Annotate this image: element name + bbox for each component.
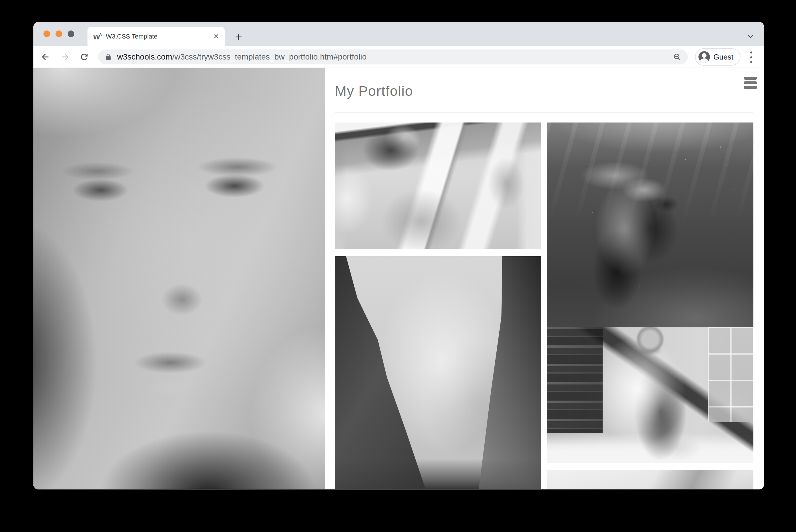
- photo-foggy-mountains: [335, 256, 541, 489]
- url-text: w3schools.com/w3css/tryw3css_templates_b…: [117, 52, 673, 61]
- url-bar[interactable]: w3schools.com/w3css/tryw3css_templates_b…: [98, 50, 688, 64]
- window-close-button[interactable]: [43, 31, 50, 37]
- w3-logo-icon: w3: [93, 32, 101, 41]
- forward-icon[interactable]: [60, 52, 70, 62]
- tab-title: W3.CSS Template: [106, 33, 210, 40]
- page-content: My Portfolio: [33, 68, 764, 489]
- reload-icon[interactable]: [79, 52, 89, 62]
- window-zoom-button[interactable]: [68, 31, 74, 37]
- page-title: My Portfolio: [335, 83, 754, 99]
- photo-underwater-woman: [547, 122, 754, 327]
- portfolio-pane: My Portfolio: [325, 68, 764, 489]
- avatar-icon: [699, 51, 710, 63]
- lock-icon: [105, 53, 112, 61]
- kebab-menu-icon[interactable]: [748, 51, 754, 63]
- tab-close-icon[interactable]: ✕: [213, 33, 219, 40]
- url-path: /w3css/tryw3css_templates_bw_portfolio.h…: [172, 52, 366, 61]
- gallery-column-right: [547, 122, 754, 490]
- window-minimize-button[interactable]: [56, 31, 62, 37]
- browser-window: w3 W3.CSS Template ✕ + w3schools.com/w3c…: [33, 22, 764, 490]
- photo-car-detail: [547, 470, 754, 490]
- hamburger-menu-icon[interactable]: [744, 77, 757, 89]
- hero-photo: [33, 68, 325, 489]
- chevron-down-icon[interactable]: [746, 32, 755, 41]
- guest-profile-button[interactable]: Guest: [695, 48, 740, 65]
- portfolio-gallery: [325, 113, 764, 490]
- url-domain: w3schools.com: [117, 52, 172, 61]
- tab-w3css-template[interactable]: w3 W3.CSS Template ✕: [88, 27, 225, 46]
- back-icon[interactable]: [40, 52, 50, 62]
- navigation-bar: w3schools.com/w3css/tryw3css_templates_b…: [33, 46, 764, 68]
- photo-chefs-kitchen: [547, 327, 754, 463]
- new-tab-button[interactable]: +: [232, 31, 245, 44]
- portrait-photo: [33, 68, 325, 489]
- gallery-column-left: [335, 122, 541, 490]
- photo-wedding-car: [335, 122, 541, 249]
- zoom-out-icon[interactable]: [673, 53, 682, 61]
- traffic-lights: [43, 31, 74, 37]
- guest-label: Guest: [714, 53, 733, 61]
- tab-strip: w3 W3.CSS Template ✕ +: [33, 22, 764, 46]
